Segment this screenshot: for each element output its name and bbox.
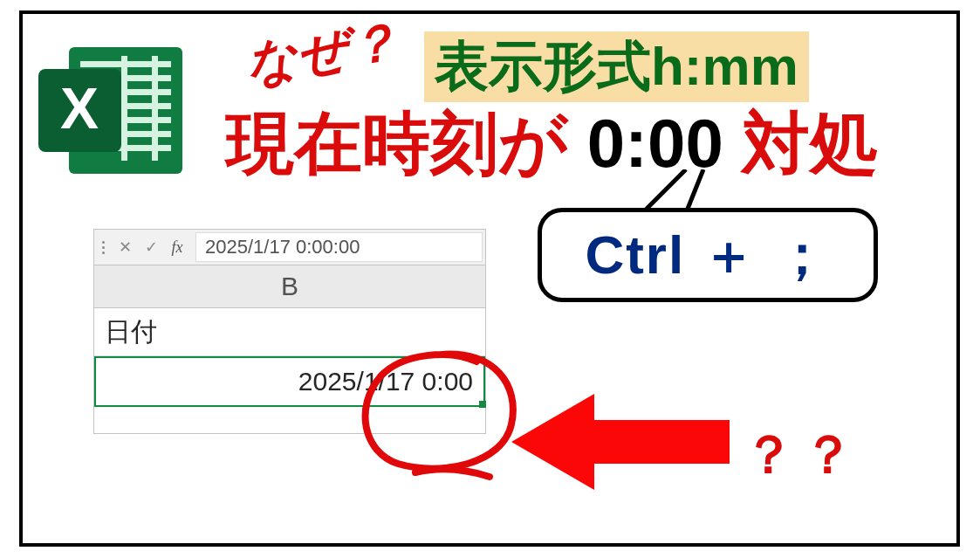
format-banner: 表示形式h:mm xyxy=(424,31,809,102)
formula-value[interactable]: 2025/1/17 0:00:00 xyxy=(195,232,483,262)
excel-snippet: ✕ ✓ fx 2025/1/17 0:00:00 B 日付 2025/1/17 … xyxy=(93,229,486,434)
headline-text: 現在時刻が 0:00 対処 xyxy=(226,107,878,182)
excel-logo-icon: X xyxy=(38,38,191,186)
formula-fx-icon[interactable]: fx xyxy=(164,238,190,257)
red-arrow-icon xyxy=(511,389,738,494)
svg-marker-14 xyxy=(511,394,730,490)
cell-label-row[interactable]: 日付 xyxy=(94,308,485,356)
svg-rect-8 xyxy=(121,56,127,161)
cell-value-row[interactable]: 2025/1/17 0:00 xyxy=(94,356,485,407)
svg-rect-9 xyxy=(152,56,158,161)
shortcut-text: Ctrl ＋ ； xyxy=(585,218,830,292)
why-annotation: なぜ？ xyxy=(241,8,403,100)
formula-cancel-icon[interactable]: ✕ xyxy=(112,238,138,257)
formula-bar-handle-icon xyxy=(94,230,112,265)
empty-row xyxy=(94,407,485,433)
question-marks: ？？ xyxy=(743,420,861,491)
svg-text:X: X xyxy=(60,76,99,141)
formula-enter-icon[interactable]: ✓ xyxy=(138,238,164,257)
mini-sheet: B 日付 2025/1/17 0:00 xyxy=(93,265,486,434)
headline-part2: 0:00 xyxy=(568,105,742,182)
formula-bar: ✕ ✓ fx 2025/1/17 0:00:00 xyxy=(93,229,486,265)
headline-part1: 現在時刻が xyxy=(226,105,568,182)
headline-part3: 対処 xyxy=(742,105,878,182)
shortcut-callout: Ctrl ＋ ； xyxy=(538,208,878,302)
column-header[interactable]: B xyxy=(94,265,485,308)
slide-frame: X なぜ？ 表示形式h:mm 現在時刻が 0:00 対処 Ctrl ＋ ； ✕ … xyxy=(19,10,960,547)
